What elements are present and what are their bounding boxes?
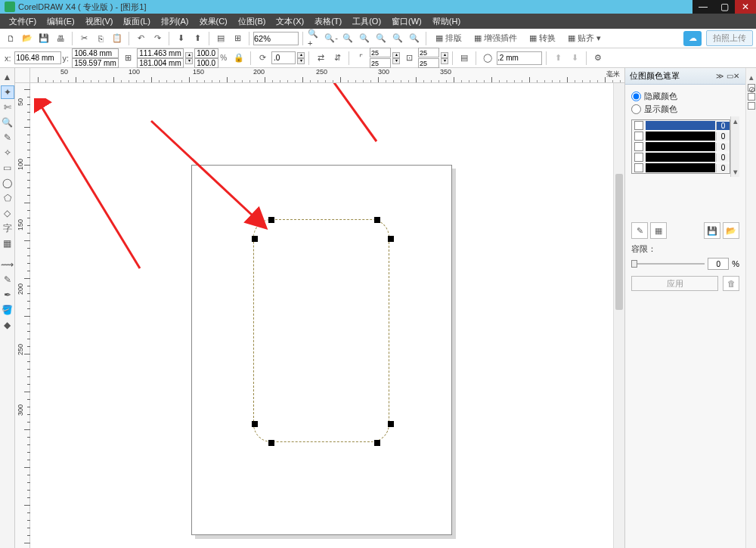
corner-br-input[interactable] (418, 58, 439, 68)
scrollbar-thumb[interactable] (615, 174, 623, 310)
cut-icon[interactable]: ✂ (76, 31, 91, 46)
to-back-icon[interactable]: ⬇ (567, 51, 582, 66)
node-handle[interactable] (388, 236, 394, 242)
menu-help[interactable]: 帮助(H) (428, 14, 465, 29)
zoom-width-icon[interactable]: 🔍 (390, 31, 405, 46)
node-handle[interactable] (252, 421, 258, 427)
scale-y-input[interactable] (194, 58, 218, 68)
layout-button[interactable]: ▦排版 (430, 30, 467, 46)
node-handle[interactable] (388, 421, 394, 427)
zoom-all-icon[interactable]: 🔍 (340, 31, 355, 46)
node-handle[interactable] (268, 440, 274, 446)
corner-bl-input[interactable] (370, 58, 391, 68)
menu-effects[interactable]: 效果(C) (195, 14, 232, 29)
color-swatch[interactable] (748, 93, 755, 101)
import-icon[interactable]: ⬇ (173, 31, 188, 46)
hide-color-radio[interactable]: 隐藏颜色 (631, 91, 739, 102)
docker-title-bar[interactable]: 位图颜色遮罩 ≫ ▭✕ (625, 68, 745, 85)
rotation-input[interactable] (271, 51, 296, 64)
color-palette-rail[interactable]: ▴ ⊘ (745, 68, 756, 548)
menu-view[interactable]: 视图(V) (81, 14, 118, 29)
undo-icon[interactable]: ↶ (133, 31, 148, 46)
zoom-height-icon[interactable]: 🔍 (407, 31, 422, 46)
corner-type-icon[interactable]: ⌜ (353, 51, 368, 66)
tolerance-slider[interactable] (631, 263, 705, 265)
color-swatch-list[interactable]: 0 0 0 0 0 (631, 119, 730, 174)
save-icon[interactable]: 💾 (36, 31, 51, 46)
edit-color-button[interactable]: ▦ (650, 222, 667, 239)
ruler-horizontal[interactable]: 50 100 150 200 250 300 350 毫米 (30, 68, 624, 83)
paste-icon[interactable]: 📋 (110, 31, 125, 46)
save-mask-button[interactable]: 💾 (704, 222, 720, 239)
swatch-row[interactable]: 0 (632, 152, 730, 163)
node-handle[interactable] (374, 217, 380, 223)
convert-button[interactable]: ▦转换 (524, 30, 561, 46)
convert-curve-icon[interactable]: ⚙ (590, 51, 606, 66)
fill-tool-icon[interactable]: 🪣 (1, 303, 14, 317)
x-input[interactable] (14, 51, 61, 64)
freehand-tool-icon[interactable]: ✎ (1, 131, 14, 144)
menu-layout[interactable]: 版面(L) (119, 14, 154, 29)
app-launcher-icon[interactable]: ▤ (213, 31, 228, 46)
close-button[interactable]: ✕ (735, 0, 756, 14)
scale-x-input[interactable] (194, 48, 218, 58)
x-input-top[interactable] (72, 48, 119, 58)
interactive-fill-tool-icon[interactable]: ◆ (1, 318, 14, 332)
swatch-row[interactable]: 0 (632, 163, 730, 173)
zoom-out-icon[interactable]: 🔍- (324, 31, 339, 46)
eyedropper-button[interactable]: ✎ (631, 222, 648, 239)
rectangle-tool-icon[interactable]: ▭ (1, 161, 14, 175)
basic-shapes-tool-icon[interactable]: ◇ (1, 206, 14, 220)
swatch-scrollbar[interactable]: ▴▾ (730, 116, 739, 177)
drawing-canvas[interactable] (30, 83, 624, 548)
menu-arrange[interactable]: 排列(A) (156, 14, 194, 29)
print-icon[interactable]: 🖶 (53, 31, 68, 46)
mirror-h-icon[interactable]: ⇄ (313, 51, 328, 66)
pick-tool-icon[interactable]: ▲ (1, 70, 14, 84)
table-tool-icon[interactable]: ▦ (1, 237, 14, 250)
width-input[interactable] (137, 48, 184, 58)
corner-lock-icon[interactable]: ⊡ (401, 51, 417, 66)
docker-expand-icon[interactable]: ≫ (714, 72, 725, 80)
redo-icon[interactable]: ↷ (150, 31, 165, 46)
zoom-input[interactable] (253, 32, 299, 45)
corner-tl-input[interactable] (370, 48, 391, 57)
text-tool-icon[interactable]: 字 (1, 221, 14, 235)
slider-thumb[interactable] (631, 260, 637, 268)
minimize-button[interactable]: — (692, 0, 714, 14)
delete-button[interactable]: 🗑 (723, 276, 739, 291)
menu-file[interactable]: 文件(F) (5, 14, 41, 29)
rounded-rectangle-shape[interactable] (253, 219, 389, 442)
new-icon[interactable]: 🗋 (3, 31, 18, 46)
enhance-button[interactable]: ▦增强插件 (469, 30, 522, 46)
cloud-icon[interactable]: ☁ (683, 31, 702, 46)
shape-tool-icon[interactable]: ✦ (1, 85, 14, 99)
eyedropper-tool-icon[interactable]: ✎ (1, 273, 14, 286)
tolerance-input[interactable] (708, 258, 729, 270)
height-input[interactable] (137, 58, 184, 68)
ruler-vertical[interactable]: 50 100 150 200 250 300 (15, 83, 30, 548)
welcome-icon[interactable]: ⊞ (230, 31, 245, 46)
y-input[interactable] (72, 58, 119, 68)
outline-tool-icon[interactable]: ✒ (1, 288, 14, 302)
menu-tools[interactable]: 工具(O) (348, 14, 386, 29)
crop-tool-icon[interactable]: ✄ (1, 101, 14, 114)
zoom-page-icon[interactable]: 🔍 (357, 31, 372, 46)
upload-button[interactable]: 拍照上传 (706, 30, 753, 46)
blend-tool-icon[interactable]: ⟿ (1, 258, 14, 271)
smart-draw-tool-icon[interactable]: ✧ (1, 146, 14, 159)
lock-ratio-icon[interactable]: 🔒 (231, 51, 246, 66)
zoom-tool-icon[interactable]: 🔍 (1, 116, 14, 129)
color-swatch[interactable] (748, 102, 755, 110)
menu-window[interactable]: 窗口(W) (387, 14, 426, 29)
polygon-tool-icon[interactable]: ⬠ (1, 191, 14, 205)
swatch-row[interactable]: 0 (632, 131, 730, 141)
outline-width-select[interactable] (497, 51, 542, 65)
corner-tr-input[interactable] (418, 48, 439, 57)
node-handle[interactable] (374, 440, 380, 446)
vertical-scrollbar[interactable] (613, 83, 624, 548)
ellipse-tool-icon[interactable]: ◯ (1, 176, 14, 190)
docker-close-icon[interactable]: ▭✕ (725, 72, 741, 80)
maximize-button[interactable]: ▢ (714, 0, 735, 14)
export-icon[interactable]: ⬆ (190, 31, 205, 46)
